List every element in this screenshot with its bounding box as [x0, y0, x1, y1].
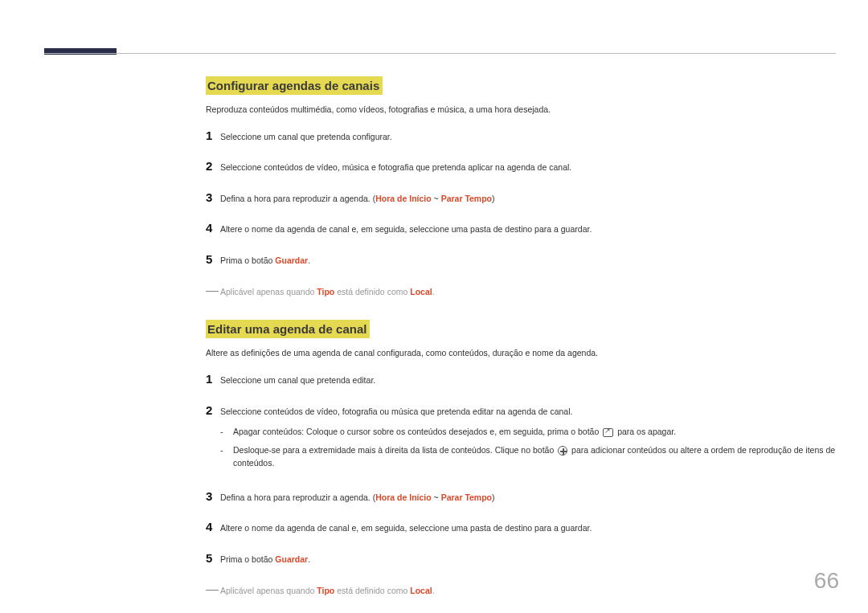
text-fragment: para os apagar.: [615, 427, 676, 436]
section2-step-2: 2 Seleccione conteúdos de vídeo, fotogra…: [206, 402, 836, 475]
text-fragment: Prima o botão: [220, 554, 275, 564]
step-number: 1: [206, 370, 220, 389]
text-fragment: .: [432, 586, 435, 595]
text-fragment: Defina a hora para reproduzir a agenda. …: [220, 194, 375, 203]
section1-step-1: 1 Seleccione um canal que pretenda confi…: [206, 127, 836, 145]
section1-heading: Configurar agendas de canais: [206, 76, 383, 95]
plus-circle-icon: [558, 446, 567, 456]
step-number: 2: [206, 157, 220, 176]
text-fragment: Desloque-se para a extremidade mais à di…: [233, 445, 556, 455]
text-fragment: Prima o botão: [220, 255, 275, 265]
text-fragment: ): [492, 492, 495, 502]
page-number: 66: [814, 568, 839, 594]
highlight-parar-tempo: Parar Tempo: [441, 194, 492, 203]
highlight-tipo: Tipo: [317, 586, 334, 595]
export-icon: [603, 428, 613, 437]
bullet-icon: -: [220, 443, 233, 457]
text-fragment: Aplicável apenas quando: [220, 586, 317, 595]
sub-text: Desloque-se para a extremidade mais à di…: [233, 444, 836, 470]
highlight-hora-inicio: Hora de Início: [375, 492, 431, 502]
sub-text: Apagar conteúdos: Coloque o cursor sobre…: [233, 426, 836, 439]
highlight-local: Local: [410, 586, 432, 595]
section1-step-2: 2 Seleccione conteúdos de vídeo, música …: [206, 157, 836, 176]
step-number: 1: [206, 127, 220, 145]
step-text: Seleccione um canal que pretenda editar.: [220, 374, 836, 387]
section2-step-1: 1 Seleccione um canal que pretenda edita…: [206, 370, 836, 389]
step-text: Altere o nome da agenda de canal e, em s…: [220, 223, 836, 236]
section2-step-4: 4 Altere o nome da agenda de canal e, em…: [206, 518, 836, 537]
text-fragment: ): [492, 194, 495, 203]
section2-step-3: 3 Defina a hora para reproduzir a agenda…: [206, 488, 836, 506]
step-text: Defina a hora para reproduzir a agenda. …: [220, 193, 836, 206]
text-fragment: Defina a hora para reproduzir a agenda. …: [220, 492, 375, 502]
step-number: 2: [206, 402, 220, 420]
text-fragment: ~: [432, 492, 441, 502]
note-dash-icon: ―: [206, 580, 220, 599]
section1-step-4: 4 Altere o nome da agenda de canal e, em…: [206, 219, 836, 238]
highlight-parar-tempo: Parar Tempo: [441, 492, 492, 502]
section1-step-3: 3 Defina a hora para reproduzir a agenda…: [206, 189, 836, 207]
note-text: Aplicável apenas quando Tipo está defini…: [220, 585, 435, 598]
step-text: Seleccione conteúdos de vídeo, música e …: [220, 161, 836, 174]
step-number: 4: [206, 219, 220, 238]
text-fragment: .: [308, 554, 310, 564]
step-text: Seleccione conteúdos de vídeo, fotografi…: [220, 406, 836, 419]
highlight-local: Local: [410, 287, 432, 296]
section2-note: ― Aplicável apenas quando Tipo está defi…: [206, 580, 836, 599]
section2-heading: Editar uma agenda de canal: [206, 320, 370, 338]
section1-note: ― Aplicável apenas quando Tipo está defi…: [206, 281, 836, 300]
bullet-icon: -: [220, 425, 233, 439]
text-fragment: .: [308, 255, 310, 265]
text-fragment: Apagar conteúdos: Coloque o cursor sobre…: [233, 427, 601, 436]
text-fragment: está definido como: [334, 586, 410, 595]
sub-item-add: - Desloque-se para a extremidade mais à …: [220, 443, 836, 470]
section2-intro: Altere as definições de uma agenda de ca…: [206, 347, 836, 360]
step-number: 5: [206, 251, 220, 269]
text-fragment: ~: [432, 194, 441, 203]
step-text: Seleccione um canal que pretenda configu…: [220, 131, 836, 144]
step-text: Prima o botão Guardar.: [220, 255, 836, 268]
step-text: Prima o botão Guardar.: [220, 554, 836, 566]
highlight-guardar: Guardar: [275, 554, 308, 564]
page-content: Configurar agendas de canais Reproduza c…: [206, 76, 836, 613]
text-fragment: está definido como: [334, 287, 410, 296]
text-fragment: .: [432, 287, 435, 296]
step-body: Seleccione conteúdos de vídeo, fotografi…: [220, 406, 836, 475]
sub-item-delete: - Apagar conteúdos: Coloque o cursor sob…: [220, 425, 836, 439]
section1-intro: Reproduza conteúdos multimédia, como víd…: [206, 104, 836, 116]
text-fragment: Aplicável apenas quando: [220, 287, 317, 296]
step-number: 5: [206, 550, 220, 568]
section1-step-5: 5 Prima o botão Guardar.: [206, 251, 836, 269]
highlight-guardar: Guardar: [275, 255, 308, 265]
step-text: Defina a hora para reproduzir a agenda. …: [220, 492, 836, 505]
section2-step-5: 5 Prima o botão Guardar.: [206, 550, 836, 568]
note-text: Aplicável apenas quando Tipo está defini…: [220, 286, 435, 299]
step-number: 4: [206, 518, 220, 537]
highlight-hora-inicio: Hora de Início: [375, 194, 431, 203]
step-number: 3: [206, 189, 220, 207]
sub-list: - Apagar conteúdos: Coloque o cursor sob…: [220, 425, 836, 469]
step-text: Altere o nome da agenda de canal e, em s…: [220, 522, 836, 535]
header-divider: [44, 53, 836, 54]
step-number: 3: [206, 488, 220, 506]
note-dash-icon: ―: [206, 281, 220, 300]
highlight-tipo: Tipo: [317, 287, 334, 296]
